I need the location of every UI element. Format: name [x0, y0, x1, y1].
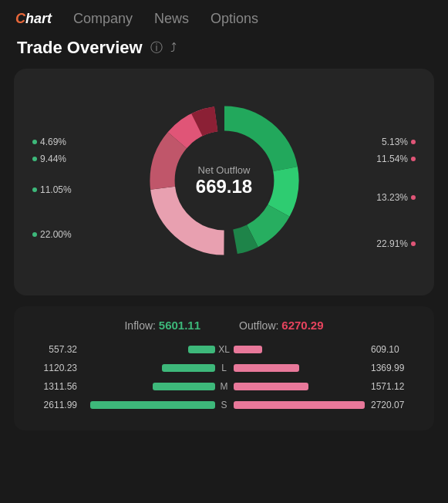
info-icon[interactable]: ⓘ	[150, 40, 163, 56]
bar-row: 1120.23 L 1369.99	[29, 363, 419, 373]
label-13.23: 13.23%	[376, 192, 416, 203]
inflow-value: 5601.11	[159, 319, 200, 332]
bar-rows: 557.32 XL 609.10 1120.23 L 1369.99 1311.…	[29, 344, 419, 410]
bar-green	[90, 401, 215, 409]
donut-labels: 4.69% 9.44% 11.05% 22.00% 5.13%	[26, 84, 422, 277]
outflow-item: Outflow: 6270.29	[239, 319, 323, 332]
dot-green	[32, 187, 37, 192]
bar-right-container	[234, 346, 365, 353]
bar-right-val: 609.10	[365, 344, 419, 355]
main-content: Trade Overview ⓘ ⤴ 4.69% 9.44% 11.05%	[0, 38, 448, 438]
bar-left-val: 2611.99	[29, 400, 83, 410]
label-11.54: 11.54%	[376, 154, 416, 164]
bar-left-val: 557.32	[29, 344, 83, 355]
bar-right-container	[234, 401, 365, 409]
bar-red	[234, 401, 365, 409]
chart-card: 4.69% 9.44% 11.05% 22.00% 5.13%	[14, 69, 434, 295]
bar-row: 557.32 XL 609.10	[29, 344, 419, 355]
bar-right-container	[234, 383, 365, 390]
outflow-value: 6270.29	[281, 319, 323, 332]
trade-title: Trade Overview	[17, 38, 143, 58]
bar-left-container	[83, 346, 215, 353]
bar-row: 1311.56 M 1571.12	[29, 381, 419, 392]
bar-left-container	[83, 364, 215, 372]
inflow-item: Inflow: 5601.11	[124, 319, 200, 332]
top-nav: CCharthart Company News Options	[0, 0, 448, 38]
bar-right-val: 1571.12	[365, 381, 419, 392]
nav-news[interactable]: News	[154, 11, 189, 27]
bar-label: S	[215, 400, 234, 410]
bar-label: L	[215, 363, 234, 373]
bar-right-container	[234, 364, 365, 372]
dot-red	[411, 140, 416, 144]
nav-options[interactable]: Options	[211, 11, 258, 27]
bar-right-val: 2720.07	[365, 400, 419, 410]
trade-header: Trade Overview ⓘ ⤴	[14, 38, 434, 58]
bar-green	[162, 364, 214, 372]
dot-green	[32, 157, 37, 161]
bar-left-container	[83, 401, 215, 409]
inflow-outflow: Inflow: 5601.11 Outflow: 6270.29	[29, 319, 419, 332]
dot-green	[32, 232, 37, 237]
bar-green	[153, 383, 214, 390]
bar-label: M	[215, 381, 234, 392]
bar-right-val: 1369.99	[365, 363, 419, 373]
nav-company[interactable]: Company	[73, 11, 133, 27]
label-22.00: 22.00%	[32, 229, 72, 240]
dot-red	[411, 195, 416, 200]
bar-left-val: 1311.56	[29, 381, 83, 392]
label-11.05: 11.05%	[32, 184, 72, 195]
dot-red	[411, 157, 416, 161]
bar-green	[188, 346, 214, 353]
label-9.44: 9.44%	[32, 154, 66, 164]
bar-label: XL	[215, 344, 234, 355]
donut-area: 4.69% 9.44% 11.05% 22.00% 5.13%	[26, 84, 422, 277]
dot-red	[411, 241, 416, 246]
stats-section: Inflow: 5601.11 Outflow: 6270.29 557.32 …	[14, 306, 434, 430]
bar-red	[234, 346, 263, 353]
share-icon[interactable]: ⤴	[170, 41, 177, 55]
nav-chart[interactable]: CCharthart	[15, 11, 52, 27]
dot-green	[32, 140, 37, 144]
label-4.69: 4.69%	[32, 137, 66, 147]
bar-left-val: 1120.23	[29, 363, 83, 373]
bar-left-container	[83, 383, 215, 390]
bar-red	[234, 383, 308, 390]
bar-row: 2611.99 S 2720.07	[29, 400, 419, 410]
label-5.13: 5.13%	[382, 137, 416, 147]
bar-red	[234, 364, 299, 372]
label-22.91: 22.91%	[376, 238, 416, 249]
